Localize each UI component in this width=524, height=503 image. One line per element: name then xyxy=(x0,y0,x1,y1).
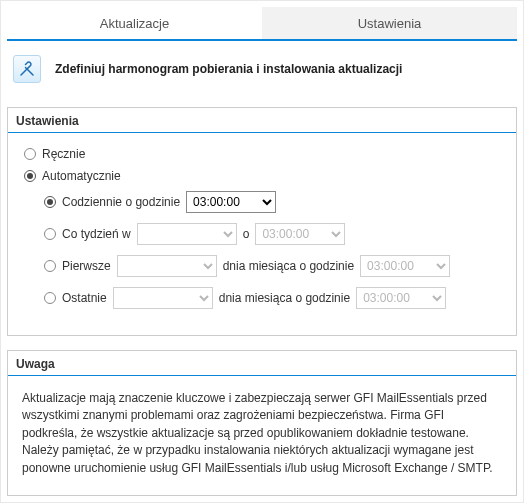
option-manual[interactable]: Ręcznie xyxy=(24,147,500,161)
note-panel-title: Uwaga xyxy=(8,351,516,376)
label-daily[interactable]: Codziennie o godzinie xyxy=(62,195,180,209)
tools-icon xyxy=(13,55,41,83)
tab-bar: Aktualizacje Ustawienia xyxy=(7,7,517,41)
settings-panel-body: Ręcznie Automatycznie Codziennie o godzi… xyxy=(8,133,516,335)
tab-updates[interactable]: Aktualizacje xyxy=(7,7,262,39)
label-last-mid: dnia miesiąca o godzinie xyxy=(219,291,350,305)
label-automatic[interactable]: Automatycznie xyxy=(42,169,121,183)
note-body: Aktualizacje mają znaczenie kluczowe i z… xyxy=(8,376,516,495)
select-weekly-time[interactable]: 03:00:00 xyxy=(255,223,345,245)
page-title: Zdefiniuj harmonogram pobierania i insta… xyxy=(55,62,402,76)
settings-panel: Ustawienia Ręcznie Automatycznie Codzien… xyxy=(7,107,517,336)
label-weekly-mid: o xyxy=(243,227,250,241)
label-last[interactable]: Ostatnie xyxy=(62,291,107,305)
option-weekly[interactable]: Co tydzień w o 03:00:00 xyxy=(44,223,500,245)
select-last-day[interactable] xyxy=(113,287,213,309)
label-manual[interactable]: Ręcznie xyxy=(42,147,85,161)
select-first-time[interactable]: 03:00:00 xyxy=(360,255,450,277)
settings-panel-title: Ustawienia xyxy=(8,108,516,133)
page-header: Zdefiniuj harmonogram pobierania i insta… xyxy=(7,41,517,107)
select-first-day[interactable] xyxy=(117,255,217,277)
option-last[interactable]: Ostatnie dnia miesiąca o godzinie 03:00:… xyxy=(44,287,500,309)
radio-first[interactable] xyxy=(44,260,56,272)
select-daily-time[interactable]: 03:00:00 xyxy=(186,191,276,213)
updates-config-page: Aktualizacje Ustawienia Zdefiniuj harmon… xyxy=(0,0,524,503)
radio-automatic[interactable] xyxy=(24,170,36,182)
radio-manual[interactable] xyxy=(24,148,36,160)
radio-daily[interactable] xyxy=(44,196,56,208)
label-weekly[interactable]: Co tydzień w xyxy=(62,227,131,241)
label-first[interactable]: Pierwsze xyxy=(62,259,111,273)
schedule-group: Codziennie o godzinie 03:00:00 Co tydzie… xyxy=(44,191,500,309)
select-weekly-day[interactable] xyxy=(137,223,237,245)
select-last-time[interactable]: 03:00:00 xyxy=(356,287,446,309)
option-first[interactable]: Pierwsze dnia miesiąca o godzinie 03:00:… xyxy=(44,255,500,277)
radio-weekly[interactable] xyxy=(44,228,56,240)
label-first-mid: dnia miesiąca o godzinie xyxy=(223,259,354,273)
tab-settings[interactable]: Ustawienia xyxy=(262,7,517,39)
note-panel: Uwaga Aktualizacje mają znaczenie kluczo… xyxy=(7,350,517,496)
option-automatic[interactable]: Automatycznie xyxy=(24,169,500,183)
radio-last[interactable] xyxy=(44,292,56,304)
option-daily[interactable]: Codziennie o godzinie 03:00:00 xyxy=(44,191,500,213)
